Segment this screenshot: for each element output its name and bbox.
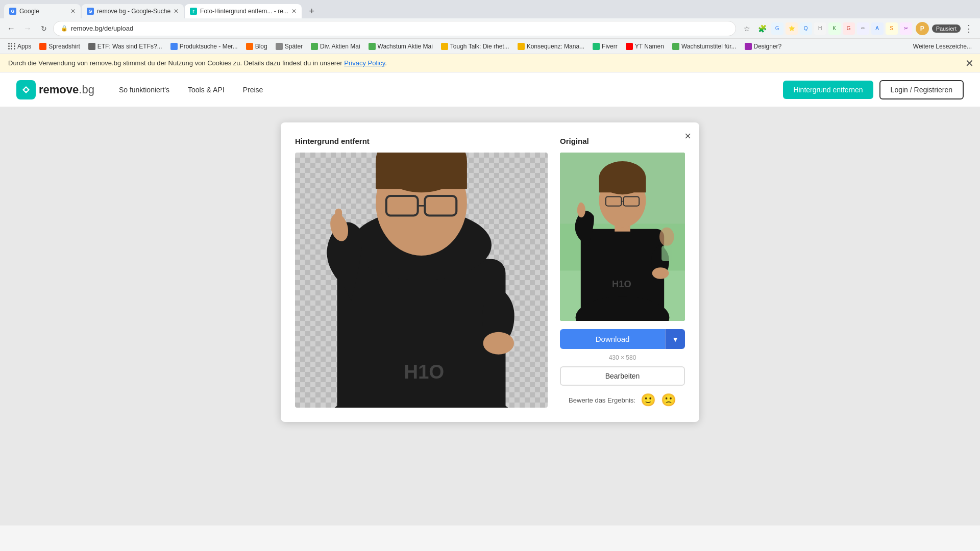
bookmark-wachstum[interactable]: Wachstum Aktie Mai: [364, 42, 437, 51]
new-tab-button[interactable]: +: [305, 4, 319, 18]
svg-text:H1O: H1O: [612, 279, 631, 289]
svg-rect-12: [335, 209, 342, 229]
sad-emoji-button[interactable]: 🙁: [661, 393, 676, 407]
privacy-policy-link[interactable]: Privacy Policy: [344, 59, 385, 67]
address-bar[interactable]: 🔒 remove.bg/de/upload: [53, 21, 736, 36]
bookmark-konsequenz[interactable]: Konsequenz: Mana...: [513, 42, 589, 51]
rating-area: Bewerte das Ergebnis: 🙂 🙁: [569, 393, 676, 407]
ext-6[interactable]: G: [843, 22, 855, 35]
bookmark-etf[interactable]: ETF: Was sind ETFs?...: [84, 42, 166, 51]
reload-button[interactable]: ↻: [37, 21, 51, 36]
ext-10[interactable]: ✂: [900, 22, 912, 35]
bookmark-designer[interactable]: Designer?: [741, 42, 786, 51]
svg-point-29: [652, 267, 669, 279]
ext-3[interactable]: Q: [800, 22, 812, 35]
ext-7[interactable]: ✏: [857, 22, 869, 35]
toolbar-actions: ☆ 🧩 G ⭐ Q H K G ✏ A S ✂ P Pausiert ⋮: [740, 21, 976, 36]
nav-link-tools-api[interactable]: Tools & API: [188, 86, 225, 94]
bookmark-produktsuche[interactable]: Produktsuche - Mer...: [166, 42, 242, 51]
svg-point-13: [483, 332, 514, 355]
browser-tabs-bar: G Google ✕ G remove bg - Google-Suche ✕ …: [0, 0, 980, 18]
bookmark-blog[interactable]: Blog: [242, 42, 272, 51]
tab-2-close[interactable]: ✕: [174, 8, 179, 15]
ext-1[interactable]: G: [771, 22, 783, 35]
logo-icon: [16, 80, 36, 99]
tab-3-close[interactable]: ✕: [291, 8, 297, 15]
logo-suffix: .bg: [79, 83, 94, 96]
login-register-button[interactable]: Login / Registrieren: [879, 80, 964, 99]
nav-actions: Hintergrund entfernen Login / Registrier…: [783, 80, 964, 99]
apps-bookmark[interactable]: Apps: [4, 42, 35, 51]
result-container: × Hintergrund entfernt: [281, 122, 699, 422]
forward-button[interactable]: →: [20, 21, 35, 36]
bookmark-tough-talk[interactable]: Tough Talk: Die rhet...: [437, 42, 513, 51]
svg-rect-23: [599, 178, 646, 193]
image-dimensions: 430 × 580: [609, 354, 636, 361]
remove-background-button[interactable]: Hintergrund entfernen: [783, 81, 873, 99]
action-area: Download ▼ 430 × 580 Bearbeiten Bewerte …: [560, 329, 685, 407]
ext-5[interactable]: K: [828, 22, 841, 35]
bookmark-spreadshirt[interactable]: Spreadshirt: [35, 42, 84, 51]
bookmark-yt-namen[interactable]: YT Namen: [622, 42, 668, 51]
svg-point-31: [659, 228, 674, 246]
result-panels: Hintergrund entfernt: [295, 137, 685, 408]
ext-2[interactable]: ⭐: [786, 22, 798, 35]
tab-1-close[interactable]: ✕: [70, 8, 76, 15]
download-button-group: Download ▼: [560, 329, 685, 349]
ext-8[interactable]: A: [871, 22, 884, 35]
cookie-text: Durch die Verwendung von remove.bg stimm…: [8, 59, 344, 67]
tab-3-title: Foto-Hintergrund entfern... - re...: [200, 8, 288, 15]
original-image: H1O: [560, 153, 685, 321]
download-arrow-button[interactable]: ▼: [665, 329, 685, 349]
left-panel: Hintergrund entfernt: [295, 137, 548, 408]
right-panel: Original: [560, 137, 685, 407]
person-cutout-image: H1O: [295, 153, 548, 408]
tab-1-title: Google: [19, 8, 67, 15]
bookmarks-bar: Apps Spreadshirt ETF: Was sind ETFs?... …: [0, 39, 980, 54]
svg-text:H1O: H1O: [404, 361, 444, 383]
download-button[interactable]: Download: [560, 329, 665, 349]
browser-tab-2[interactable]: G remove bg - Google-Suche ✕: [82, 4, 184, 18]
bookmark-spaeter[interactable]: Später: [272, 42, 307, 51]
main-nav-links: So funktioniert's Tools & API Preise: [119, 86, 263, 94]
profile-button[interactable]: P: [916, 22, 929, 35]
right-panel-title: Original: [560, 137, 685, 145]
cookie-banner: Durch die Verwendung von remove.bg stimm…: [0, 54, 980, 72]
logo[interactable]: remove.bg: [16, 80, 94, 99]
address-text: remove.bg/de/upload: [71, 24, 133, 32]
nav-link-how-it-works[interactable]: So funktioniert's: [119, 86, 169, 94]
logo-text: remove: [39, 83, 79, 96]
edit-button[interactable]: Bearbeiten: [560, 366, 685, 386]
extensions-button[interactable]: 🧩: [755, 21, 770, 36]
page-content: × Hintergrund entfernt: [0, 107, 980, 525]
cookie-close-button[interactable]: ✕: [965, 57, 974, 69]
svg-rect-32: [662, 245, 672, 261]
back-button[interactable]: ←: [4, 21, 18, 36]
svg-point-28: [577, 203, 585, 218]
browser-chrome: G Google ✕ G remove bg - Google-Suche ✕ …: [0, 0, 980, 54]
browser-tab-3[interactable]: r Foto-Hintergrund entfern... - re... ✕: [185, 4, 302, 18]
lock-icon: 🔒: [61, 25, 68, 32]
pause-indicator[interactable]: Pausiert: [932, 24, 961, 33]
apps-label: Apps: [17, 43, 31, 50]
more-bookmarks[interactable]: Weitere Lesezeiche...: [909, 42, 976, 51]
happy-emoji-button[interactable]: 🙂: [641, 393, 656, 407]
transparent-image-area: H1O: [295, 153, 548, 408]
rating-label: Bewerte das Ergebnis:: [569, 396, 635, 404]
ext-9[interactable]: S: [886, 22, 898, 35]
bookmark-fiverr[interactable]: Fiverr: [589, 42, 622, 51]
browser-tab-1[interactable]: G Google ✕: [4, 4, 81, 18]
svg-rect-7: [376, 161, 467, 189]
close-result-button[interactable]: ×: [684, 131, 691, 142]
ext-4[interactable]: H: [814, 22, 826, 35]
left-panel-title: Hintergrund entfernt: [295, 137, 548, 145]
bookmark-div-aktien[interactable]: Div. Aktien Mai: [307, 42, 364, 51]
nav-link-prices[interactable]: Preise: [243, 86, 263, 94]
original-image-area: H1O: [560, 153, 685, 321]
browser-toolbar: ← → ↻ 🔒 remove.bg/de/upload ☆ 🧩 G ⭐ Q H …: [0, 18, 980, 39]
star-button[interactable]: ☆: [740, 21, 754, 36]
bookmark-wachstumstitel[interactable]: Wachstumstitel für...: [668, 42, 741, 51]
more-button[interactable]: ⋮: [962, 21, 976, 36]
svg-point-0: [24, 88, 28, 91]
tab-2-title: remove bg - Google-Suche: [97, 8, 170, 15]
